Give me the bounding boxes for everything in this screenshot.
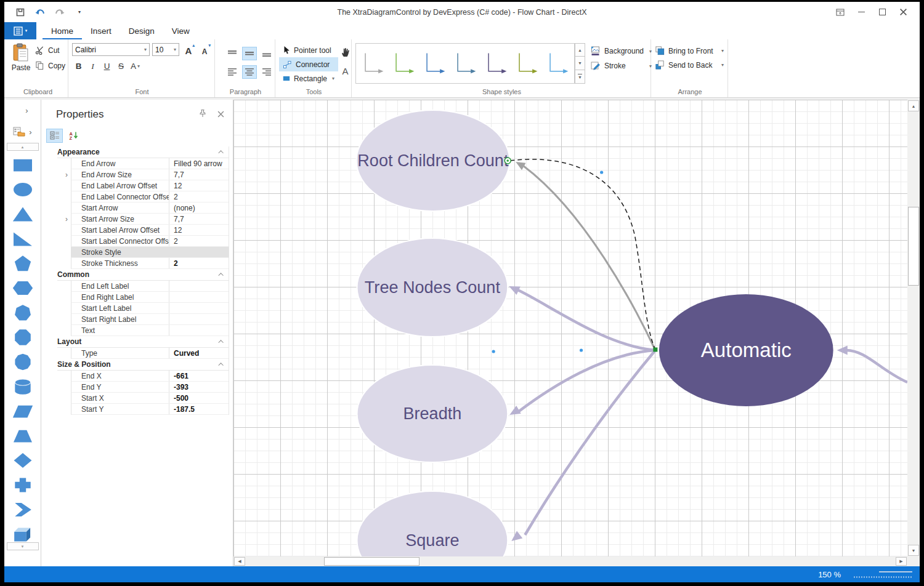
prop-value[interactable] (169, 247, 229, 257)
connector-style-swatch-5[interactable] (480, 45, 511, 82)
connection-start-marker[interactable] (653, 348, 657, 352)
diagram-canvas[interactable]: Root Children CountTree Nodes CountBread… (233, 100, 920, 566)
connector-automatic-to-tree-nodes-count[interactable] (517, 290, 655, 350)
prop-row-end-arrow[interactable]: End ArrowFilled 90 arrow (71, 158, 229, 169)
node-root-children-count[interactable]: Root Children Count (357, 110, 510, 211)
stroke-button[interactable]: Stroke ▾ (590, 60, 652, 71)
prop-value[interactable]: Curved (169, 348, 229, 358)
prop-value[interactable]: -187.5 (169, 404, 229, 414)
shapes-scroll-up-button[interactable]: ▲ (7, 143, 39, 151)
prop-value[interactable]: 2 (169, 236, 229, 246)
prop-row-end-y[interactable]: End Y-393 (71, 382, 229, 393)
prop-row-start-arrow-size[interactable]: ›Start Arrow Size7,7 (71, 214, 229, 225)
categorized-view-button[interactable] (46, 129, 63, 143)
gallery-scroll-up-button[interactable]: ▲ (575, 43, 585, 57)
maximize-button[interactable] (872, 4, 893, 20)
pointer-tool-button[interactable]: Pointer tool (279, 43, 338, 57)
prop-value[interactable]: -393 (169, 382, 229, 392)
italic-button[interactable]: I (86, 60, 99, 73)
node-breadth[interactable]: Breadth (357, 365, 508, 462)
dropdown-icon[interactable]: ▾ (170, 47, 176, 52)
dropdown-icon[interactable]: ▾ (137, 63, 140, 69)
pin-icon[interactable] (199, 109, 206, 120)
prop-value[interactable]: 12 (169, 180, 229, 191)
shape-stencil-can[interactable] (10, 377, 35, 396)
chevron-up-icon[interactable] (218, 150, 223, 155)
align-center-button[interactable] (242, 65, 257, 79)
prop-category-size-position[interactable]: Size & Position (57, 359, 229, 371)
underline-button[interactable]: U (100, 60, 113, 73)
minimize-button[interactable] (851, 4, 872, 20)
prop-value[interactable]: 7,7 (169, 214, 229, 224)
prop-row-end-label-connector-offset[interactable]: End Label Connector Offset2 (71, 191, 229, 203)
prop-row-start-label-connector-offset[interactable]: Start Label Connector Offset2 (71, 236, 229, 247)
tab-insert[interactable]: Insert (82, 22, 120, 39)
align-left-button[interactable] (225, 65, 240, 79)
prop-value[interactable]: 2 (169, 191, 229, 202)
prop-row-end-left-label[interactable]: End Left Label (71, 281, 229, 292)
prop-row-type[interactable]: TypeCurved (71, 348, 229, 359)
align-bottom-button[interactable] (259, 47, 274, 60)
shape-stencil-heptagon[interactable] (10, 303, 35, 322)
canvas-drawing-area[interactable]: Root Children CountTree Nodes CountBread… (233, 100, 907, 556)
prop-row-stroke-style[interactable]: Stroke Style (71, 247, 229, 258)
prop-value[interactable] (169, 303, 229, 313)
prop-value[interactable] (169, 281, 229, 291)
prop-value[interactable]: -661 (169, 371, 229, 381)
shrink-font-button[interactable]: A▾ (198, 43, 211, 56)
prop-category-appearance[interactable]: Appearance (57, 146, 229, 158)
prop-row-start-arrow[interactable]: Start Arrow(none) (71, 203, 229, 214)
tab-view[interactable]: View (163, 22, 198, 39)
prop-value[interactable]: -500 (169, 393, 229, 403)
shape-stencil-right-triangle[interactable] (10, 229, 35, 248)
save-button[interactable] (14, 6, 26, 18)
connector-style-swatch-3[interactable] (419, 45, 450, 82)
shape-stencil-triangle[interactable] (10, 204, 35, 223)
shape-stencil-ellipse[interactable] (10, 180, 35, 199)
rectangle-tool-button[interactable]: Rectangle ▾ (279, 71, 338, 86)
prop-value[interactable]: 2 (169, 258, 229, 268)
redo-button[interactable] (54, 6, 66, 18)
bold-button[interactable]: B (72, 60, 85, 73)
connector-style-swatch-7[interactable] (542, 45, 573, 82)
close-panel-icon[interactable] (217, 109, 224, 120)
prop-value[interactable] (169, 314, 229, 324)
shape-stencil-hexagon[interactable] (10, 278, 35, 297)
connector-style-swatch-1[interactable] (357, 45, 388, 82)
expand-icon[interactable]: › (62, 214, 71, 225)
chevron-up-icon[interactable] (218, 273, 223, 278)
prop-value[interactable]: (none) (169, 203, 229, 213)
horizontal-scrollbar[interactable]: ◀ ▶ (233, 556, 907, 566)
prop-row-start-label-arrow-offset[interactable]: Start Label Arrow Offset12 (71, 225, 229, 236)
copy-button[interactable]: Copy (35, 61, 65, 70)
strikethrough-button[interactable]: S (115, 60, 128, 73)
align-right-button[interactable] (259, 65, 274, 79)
dropdown-icon[interactable]: ▾ (332, 76, 334, 81)
gallery-expand-button[interactable]: ▼ (575, 70, 585, 84)
application-menu-button[interactable]: ▾ (4, 22, 36, 39)
dropdown-icon[interactable]: ▾ (140, 47, 147, 52)
shape-stencil-cross[interactable] (10, 475, 35, 494)
font-size-combo[interactable]: 10▾ (152, 43, 179, 56)
connector-selected-connector-outline[interactable] (510, 159, 655, 348)
horizontal-scroll-thumb[interactable] (324, 557, 419, 566)
connector-style-swatch-4[interactable] (450, 45, 480, 82)
shapes-scroll-down-button[interactable]: ▼ (7, 542, 39, 550)
prop-category-layout[interactable]: Layout (57, 336, 229, 348)
connector-control-point[interactable] (600, 171, 603, 174)
cut-button[interactable]: Cut (35, 46, 65, 55)
prop-value[interactable] (169, 292, 229, 302)
chevron-up-icon[interactable] (218, 363, 223, 367)
shape-stencil-octagon[interactable] (10, 327, 35, 347)
shape-stencil-diamond[interactable] (10, 451, 35, 470)
prop-category-common[interactable]: Common (57, 269, 229, 281)
dropdown-icon[interactable]: ▾ (721, 48, 724, 54)
connector-automatic-to-root-children-count[interactable] (524, 166, 655, 350)
text-tool-button[interactable]: A (342, 66, 348, 76)
prop-row-start-left-label[interactable]: Start Left Label (71, 303, 229, 314)
zoom-slider[interactable] (853, 571, 912, 578)
font-family-combo[interactable]: Calibri▾ (72, 43, 150, 56)
scroll-left-button[interactable]: ◀ (234, 557, 245, 566)
node-square[interactable]: Square (357, 491, 508, 556)
connector-control-point[interactable] (580, 348, 583, 351)
